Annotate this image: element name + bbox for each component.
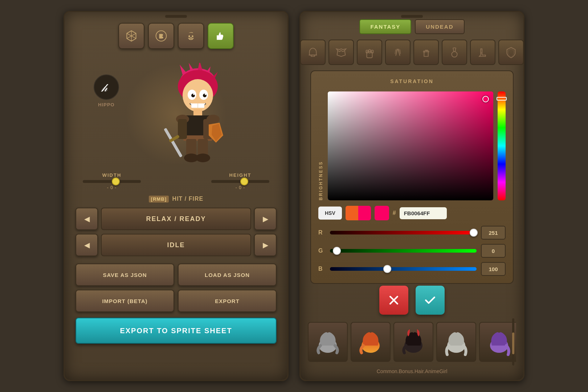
color-new (358, 206, 371, 220)
hair-label: Common.Bonus.Hair.AnimeGirl (377, 368, 448, 374)
hash-symbol: # (393, 210, 396, 216)
unreal-button[interactable] (148, 23, 174, 49)
svg-point-20 (193, 94, 195, 95)
hair-selector (308, 318, 516, 366)
height-thumb[interactable] (240, 177, 248, 185)
armor-slot[interactable] (328, 40, 354, 65)
green-label: G (318, 248, 326, 254)
top-buttons (118, 23, 234, 49)
category-tabs: FANTASY UNDEAD (359, 19, 464, 34)
load-json-button[interactable]: LOAD AS JSON (178, 264, 277, 286)
color-dot (375, 206, 389, 220)
hue-cursor[interactable] (497, 97, 507, 101)
blue-value: 100 (481, 262, 506, 276)
height-slider[interactable] (211, 180, 269, 183)
brightness-label: BRIGHTNESS (318, 91, 323, 200)
anim-next-1[interactable] (254, 208, 277, 230)
hippo-label: HIPPO (98, 102, 114, 107)
save-json-button[interactable]: SAVE AS JSON (75, 264, 174, 286)
action-label: [RMB] HIT / FIRE (149, 196, 203, 202)
color-picker-panel: SATURATION BRIGHTNESS HSV (310, 70, 514, 284)
hsv-mode-button[interactable]: HSV (318, 207, 342, 220)
anim-name-1: RELAX / READY (101, 208, 251, 230)
arrow-left-icon (84, 215, 90, 223)
width-control: WIDTH - 0 - (83, 172, 141, 190)
hair-selector-container (308, 318, 516, 366)
helmet-slot[interactable] (300, 40, 326, 65)
width-label: WIDTH (102, 172, 122, 178)
anim-prev-1[interactable] (75, 208, 98, 230)
hippo-circle: 𝒽 (94, 74, 119, 100)
green-thumb[interactable] (333, 247, 341, 255)
svg-point-38 (196, 154, 210, 162)
size-controls: WIDTH - 0 - HEIGHT - 0 - (72, 172, 280, 190)
gauntlet-slot[interactable] (357, 40, 382, 65)
accept-button[interactable] (416, 286, 445, 315)
color-preview (346, 206, 371, 220)
svg-point-21 (205, 94, 206, 95)
anim-next-2[interactable] (254, 234, 277, 256)
unity-button[interactable] (118, 23, 144, 49)
amulet-slot[interactable] (442, 40, 467, 65)
svg-rect-42 (369, 49, 371, 53)
hair-item-3[interactable] (393, 322, 433, 362)
confirm-buttons (379, 286, 445, 315)
svg-text:𝒽: 𝒽 (101, 82, 109, 94)
arrow-right-icon (263, 215, 268, 223)
hair-item-5[interactable] (479, 322, 516, 362)
right-panel: FANTASY UNDEAD (299, 11, 524, 381)
boots-slot[interactable] (470, 40, 495, 65)
like-button[interactable] (208, 23, 234, 49)
rgb-sliders: R 251 G 0 B 100 (318, 226, 506, 276)
export-sprite-button[interactable]: EXPORT TO SPRITE SHEET (75, 318, 277, 344)
undead-tab[interactable]: UNDEAD (415, 19, 464, 34)
color-old (346, 206, 358, 220)
width-thumb[interactable] (112, 177, 120, 185)
json-buttons-row: SAVE AS JSON LOAD AS JSON (75, 264, 277, 286)
green-value: 0 (481, 244, 506, 258)
export-button[interactable]: EXPORT (178, 290, 277, 312)
red-value: 251 (481, 226, 506, 240)
fantasy-tab[interactable]: FANTASY (359, 19, 411, 34)
blue-row: B 100 (318, 262, 506, 276)
hair-item-2[interactable] (351, 322, 391, 362)
width-value: - 0 - (107, 185, 117, 190)
hair-item-4[interactable] (436, 322, 476, 362)
hue-slider[interactable] (498, 91, 506, 200)
left-panel: 𝒽 HIPPO (64, 11, 289, 381)
green-slider[interactable] (330, 249, 477, 253)
hex-input[interactable] (400, 207, 447, 219)
scroll-bar[interactable] (512, 318, 514, 366)
svg-point-44 (452, 52, 457, 57)
hair-item-1[interactable] (308, 322, 348, 362)
height-value: - 0 - (236, 185, 245, 190)
height-label: HEIGHT (229, 172, 251, 178)
weapon-slot[interactable] (385, 40, 411, 65)
anim-control-1: RELAX / READY (72, 208, 280, 230)
hippo-logo: 𝒽 HIPPO (94, 74, 119, 107)
svg-point-5 (188, 35, 190, 37)
saturation-brightness-picker[interactable] (328, 91, 493, 200)
blue-thumb[interactable] (383, 265, 391, 273)
anim-prev-2[interactable] (75, 234, 98, 256)
blue-slider[interactable] (330, 267, 477, 271)
shield-slot[interactable] (498, 40, 524, 65)
character-sprite (162, 63, 234, 166)
import-button[interactable]: IMPORT (BETA) (75, 290, 174, 312)
color-controls: HSV # (318, 206, 506, 220)
anim-name-2: IDLE (101, 234, 251, 256)
height-control: HEIGHT - 0 - (211, 172, 269, 190)
discord-button[interactable] (178, 23, 204, 49)
scroll-thumb[interactable] (512, 332, 514, 354)
arrow-left-icon-2 (84, 241, 90, 249)
color-picker-cursor[interactable] (482, 96, 489, 102)
red-thumb[interactable] (470, 229, 478, 237)
svg-point-6 (192, 35, 193, 37)
glove-slot[interactable] (413, 40, 439, 65)
equipment-row (300, 40, 524, 65)
width-slider[interactable] (83, 180, 141, 183)
rmb-tag: [RMB] (149, 196, 169, 203)
red-slider[interactable] (330, 231, 477, 234)
green-row: G 0 (318, 244, 506, 258)
cancel-button[interactable] (379, 286, 408, 315)
